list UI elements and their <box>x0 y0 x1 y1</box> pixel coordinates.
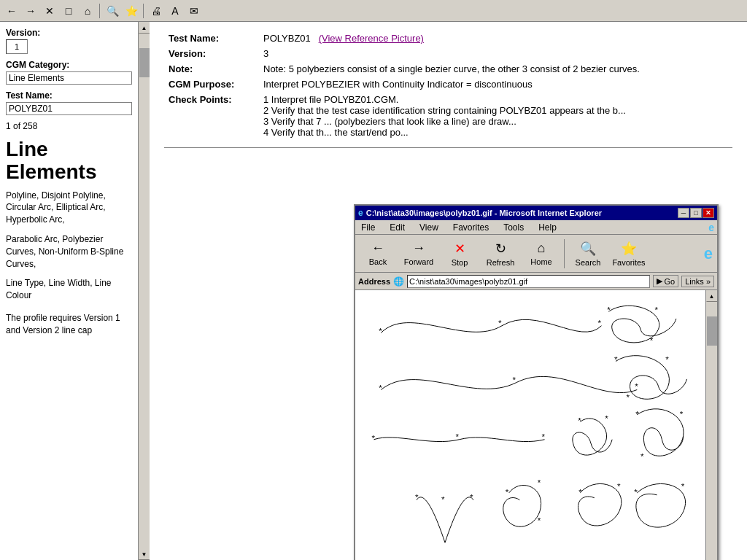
test-name-label: Test Name: <box>6 90 132 101</box>
cp9: * <box>635 382 638 392</box>
ie-links-button[interactable]: Links » <box>681 276 714 287</box>
table-row-check-points: Check Points: 1 Interpret file POLYBZ01.… <box>164 92 732 140</box>
ie-back-label: Back <box>369 257 387 266</box>
cp29: * <box>634 487 638 497</box>
search-button[interactable]: 🔍 <box>104 2 121 20</box>
ie-minimize-btn[interactable]: ─ <box>678 208 689 218</box>
bezier-group-2: * * * * * * <box>379 354 686 402</box>
sidebar-desc3: Line Type, Line Width, Line Colour <box>6 277 132 302</box>
ie-back-icon: ← <box>371 241 384 256</box>
ie-menu-tools[interactable]: Tools <box>500 221 527 234</box>
sidebar-heading: Line Elements <box>6 139 132 184</box>
version-scroll-value: 1 <box>15 42 19 51</box>
ie-toolbar: ← Back → Forward ✕ Stop ↻ <box>355 235 717 273</box>
cgm-purpose-value: Interpret POLYBEZIER with Continuity Ind… <box>259 77 732 92</box>
ie-window: e C:\nist\ata30\images\polybz01.gif - Mi… <box>354 204 719 560</box>
cp12: * <box>627 392 630 402</box>
cp8: * <box>513 375 516 384</box>
ie-stop-btn[interactable]: ✕ Stop <box>440 237 479 271</box>
ie-toolbar-sep <box>564 239 565 268</box>
bezier-group-3: * * * * * * * * <box>372 409 684 462</box>
table-row-test-name: Test Name: POLYBZ01 (View Reference Pict… <box>164 31 732 46</box>
ie-back-btn[interactable]: ← Back <box>358 237 398 271</box>
cp26: * <box>538 516 541 525</box>
cp28: * <box>617 481 621 491</box>
ie-stop-icon: ✕ <box>454 241 465 257</box>
ie-menu-view[interactable]: View <box>417 221 441 234</box>
font-button[interactable]: A <box>166 2 184 20</box>
view-reference-link[interactable]: (View Reference Picture) <box>319 33 424 44</box>
ie-forward-btn[interactable]: → Forward <box>399 237 438 271</box>
ie-refresh-icon: ↻ <box>495 241 506 257</box>
sidebar-scroll-up[interactable]: ▲ <box>139 22 150 34</box>
ie-favorites-btn[interactable]: ⭐ Favorites <box>609 237 649 271</box>
table-row-cgm-purpose: CGM Purpose: Interpret POLYBEZIER with C… <box>164 77 732 92</box>
cp21: * <box>415 492 419 502</box>
sidebar-scrollbar: ▲ ▼ <box>138 22 150 560</box>
cp11: * <box>665 354 669 364</box>
ie-home-btn[interactable]: ⌂ Home <box>522 237 561 271</box>
app-body: Version: 1 CGM Category: Test Name: 1 of… <box>0 22 747 560</box>
cp10: * <box>614 354 618 364</box>
sidebar: Version: 1 CGM Category: Test Name: 1 of… <box>0 22 138 560</box>
ie-go-button[interactable]: ▶ Go <box>653 275 678 287</box>
favorites-button[interactable]: ⭐ <box>123 2 140 20</box>
ie-search-icon: 🔍 <box>580 241 596 257</box>
print-button[interactable]: 🖨 <box>147 2 165 20</box>
cp30: * <box>681 481 685 491</box>
ie-maximize-btn[interactable]: □ <box>690 208 702 218</box>
mail-button[interactable]: ✉ <box>185 2 203 20</box>
ie-go-label: Go <box>664 277 675 286</box>
version-cell-value: 3 <box>259 46 732 61</box>
version-label: Version: <box>6 28 132 38</box>
cp25: * <box>538 478 541 487</box>
ie-title-bar: e C:\nist\ata30\images\polybz01.gif - Mi… <box>355 206 717 220</box>
check-point-1: 1 Interpret file POLYBZ01.CGM. <box>263 94 728 105</box>
cp1: * <box>379 326 382 335</box>
cp4: * <box>607 305 611 314</box>
cp18: * <box>635 409 639 419</box>
cp6: * <box>650 335 654 345</box>
version-scroll[interactable]: 1 <box>6 39 28 54</box>
cp22: * <box>441 494 445 504</box>
sidebar-scroll-down[interactable]: ▼ <box>139 548 150 560</box>
ie-search-label: Search <box>576 258 601 267</box>
ie-menu-help[interactable]: Help <box>535 221 560 234</box>
ie-menu-file[interactable]: File <box>358 221 378 234</box>
stop-button[interactable]: ✕ <box>41 2 58 20</box>
sidebar-wrapper: Version: 1 CGM Category: Test Name: 1 of… <box>0 22 150 560</box>
ie-search-btn[interactable]: 🔍 Search <box>568 237 608 271</box>
ie-toolbar-logo: e <box>704 244 713 262</box>
ie-menu-favorites[interactable]: Favorites <box>450 221 492 234</box>
ie-scroll-track[interactable] <box>707 302 717 560</box>
ie-close-btn[interactable]: ✕ <box>703 208 714 218</box>
sidebar-scroll-track[interactable] <box>139 34 150 548</box>
reload-button[interactable]: □ <box>60 2 77 20</box>
ie-address-input[interactable] <box>407 275 650 288</box>
back-button[interactable]: ← <box>3 2 20 20</box>
home-button[interactable]: ⌂ <box>79 2 96 20</box>
cp3: * <box>598 318 602 327</box>
test-name-input[interactable] <box>6 102 132 115</box>
sidebar-desc1: Polyline, Disjoint Polyline, Circular Ar… <box>6 190 132 226</box>
ie-scroll-up[interactable]: ▲ <box>706 290 718 302</box>
note-cell-label: Note: <box>164 61 259 77</box>
main-toolbar: ← → ✕ □ ⌂ 🔍 ⭐ 🖨 A ✉ <box>0 0 747 22</box>
cp5: * <box>655 305 659 314</box>
cp24: * <box>506 487 509 497</box>
forward-button[interactable]: → <box>22 2 39 20</box>
cp7: * <box>379 383 382 392</box>
check-points-value: 1 Interpret file POLYBZ01.CGM. 2 Verify … <box>259 92 732 140</box>
ie-logo-toolbar: e <box>703 243 714 265</box>
ie-menu-edit[interactable]: Edit <box>387 221 408 234</box>
ie-window-inner: e C:\nist\ata30\images\polybz01.gif - Mi… <box>355 206 717 560</box>
cp27: * <box>578 487 582 497</box>
ie-fav-label: Favorites <box>612 258 645 267</box>
cgm-purpose-label: CGM Purpose: <box>164 77 259 92</box>
ie-scrollbar: ▲ ▼ <box>705 290 717 560</box>
ie-refresh-btn[interactable]: ↻ Refresh <box>481 237 520 271</box>
sidebar-scroll-thumb <box>139 48 150 77</box>
cgm-category-input[interactable] <box>6 71 132 85</box>
ie-address-favicon: 🌐 <box>393 276 404 287</box>
ie-home-icon: ⌂ <box>538 241 546 256</box>
